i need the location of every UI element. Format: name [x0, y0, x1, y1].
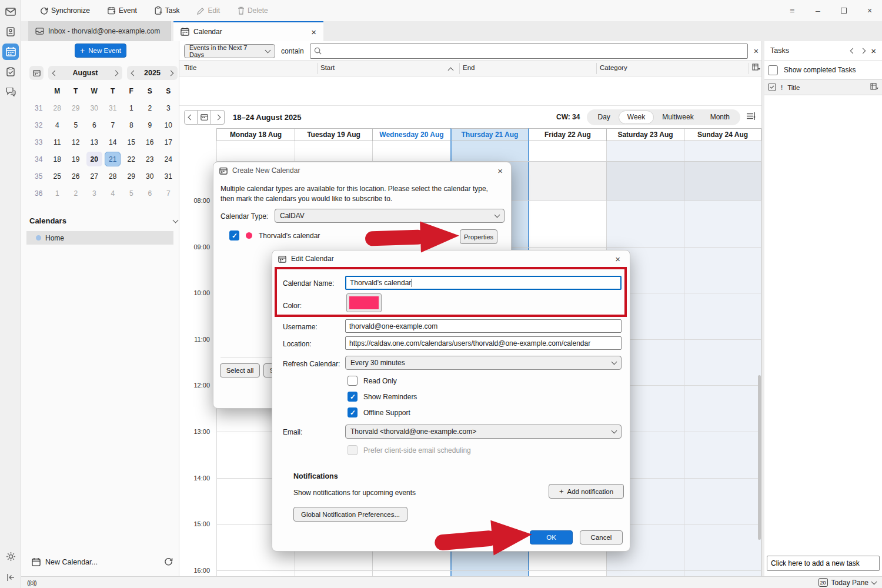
day-header-sunday[interactable]: Sunday 24 Aug — [684, 128, 761, 141]
calendars-collapse-icon[interactable] — [173, 217, 179, 223]
minical-day[interactable]: 14 — [105, 135, 121, 149]
vertical-scrollbar[interactable] — [758, 375, 761, 540]
prev-year-icon[interactable] — [131, 70, 137, 76]
tab-calendar[interactable]: Calendar × — [173, 21, 323, 41]
task-priority-col[interactable]: ! — [781, 84, 783, 91]
new-event-button[interactable]: + New Event — [75, 44, 126, 58]
day-header-tuesday[interactable]: Tuesday 19 Aug — [295, 128, 372, 141]
minical-year[interactable]: 2025 — [144, 69, 161, 77]
minical-day[interactable]: 29 — [123, 169, 139, 183]
minical-day[interactable]: 15 — [123, 135, 139, 149]
task-title-col[interactable]: Title — [787, 84, 800, 91]
minical-day[interactable]: 24 — [161, 152, 176, 166]
refresh-calendar-dropdown[interactable]: Every 30 minutes — [345, 356, 622, 370]
add-task-input[interactable] — [767, 556, 880, 571]
show-reminders-checkbox[interactable] — [348, 392, 358, 402]
minical-day[interactable]: 25 — [49, 169, 65, 183]
minical-day[interactable]: 3 — [86, 186, 102, 201]
day-header-saturday[interactable]: Saturday 23 Aug — [606, 128, 684, 141]
settings-gear-icon[interactable] — [2, 548, 19, 564]
show-reminders-row[interactable]: Show Reminders — [348, 392, 417, 402]
tasks-space-icon[interactable] — [2, 64, 19, 80]
tasks-column-picker-icon[interactable] — [870, 83, 878, 92]
minical-day[interactable]: 9 — [142, 118, 158, 132]
new-task-toolbar-button[interactable]: Task — [150, 3, 185, 18]
minical-day[interactable]: 11 — [49, 135, 65, 149]
tab-inbox[interactable]: Inbox - thorvald@one-example.com — [28, 21, 171, 41]
offline-support-row[interactable]: Offline Support — [348, 407, 410, 417]
read-only-checkbox[interactable] — [348, 376, 358, 386]
prev-month-icon[interactable] — [52, 70, 58, 76]
tab-close-icon[interactable]: × — [311, 27, 316, 37]
minical-day[interactable]: 8 — [123, 118, 139, 132]
show-completed-checkbox[interactable] — [768, 65, 778, 75]
col-category[interactable]: Category — [600, 64, 627, 71]
collapse-toolbar-icon[interactable] — [2, 569, 19, 586]
minical-day[interactable]: 2 — [142, 101, 158, 115]
day-header-friday[interactable]: Friday 22 Aug — [528, 128, 606, 141]
next-week-button[interactable] — [211, 110, 225, 125]
minical-day[interactable]: 31 — [161, 169, 176, 183]
username-input[interactable]: thorvald@one-example.com — [345, 319, 622, 333]
minical-day[interactable]: 6 — [86, 118, 102, 132]
tasks-next-icon[interactable] — [860, 48, 866, 54]
view-month[interactable]: Month — [702, 111, 738, 124]
event-filter-dropdown[interactable]: Events in the Next 7 Days — [184, 44, 275, 58]
tasks-prev-icon[interactable] — [850, 48, 856, 54]
minical-day[interactable]: 31 — [105, 101, 121, 115]
prev-week-button[interactable] — [184, 110, 198, 125]
location-input[interactable]: https://caldav.one.com/calendars/users/t… — [345, 336, 622, 350]
minical-day[interactable]: 1 — [49, 186, 65, 201]
prefer-scheduling-checkbox[interactable] — [348, 445, 358, 455]
synchronize-button[interactable]: Synchronize — [35, 3, 95, 18]
minical-day[interactable]: 30 — [142, 169, 158, 183]
minical-day[interactable]: 22 — [123, 152, 139, 166]
col-end[interactable]: End — [463, 64, 475, 71]
minical-day-today[interactable]: 20 — [86, 152, 102, 166]
minical-day[interactable]: 13 — [86, 135, 102, 149]
view-multiweek[interactable]: Multiweek — [654, 111, 701, 124]
cancel-button[interactable]: Cancel — [580, 530, 623, 544]
edit-dialog-close-icon[interactable]: × — [615, 254, 620, 264]
rotate-calendars-icon[interactable] — [164, 557, 173, 567]
mail-space-icon[interactable] — [2, 4, 19, 20]
calendar-item-checkbox[interactable] — [229, 230, 239, 240]
delete-toolbar-button[interactable]: Delete — [233, 3, 273, 18]
next-year-icon[interactable] — [168, 70, 174, 76]
minical-day[interactable]: 30 — [86, 101, 102, 115]
minical-day[interactable]: 7 — [161, 186, 176, 201]
global-notification-prefs-button[interactable]: Global Notification Preferences... — [293, 507, 407, 522]
minical-day[interactable]: 17 — [161, 135, 176, 149]
minical-day[interactable]: 28 — [49, 101, 65, 115]
minical-month[interactable]: August — [72, 69, 98, 77]
read-only-row[interactable]: Read Only — [348, 376, 397, 386]
new-calendar-button[interactable]: New Calendar... — [32, 557, 173, 567]
select-all-button[interactable]: Select all — [220, 363, 260, 377]
properties-button[interactable]: Properties — [460, 229, 497, 244]
app-menu-icon[interactable]: ≡ — [783, 3, 801, 18]
minical-day[interactable]: 6 — [142, 186, 158, 201]
minimize-button[interactable]: – — [809, 3, 827, 18]
minical-day[interactable]: 7 — [105, 118, 121, 132]
show-completed-tasks-row[interactable]: Show completed Tasks — [764, 61, 882, 79]
minical-day[interactable]: 12 — [68, 135, 83, 149]
day-header-thursday-selected[interactable]: Thursday 21 Aug — [450, 128, 528, 141]
go-today-button[interactable] — [198, 110, 211, 125]
minical-day[interactable]: 29 — [68, 101, 83, 115]
sort-ascending-icon[interactable] — [448, 68, 454, 74]
column-picker-icon[interactable] — [752, 64, 760, 72]
minical-day-selected[interactable]: 21 — [105, 152, 121, 166]
minical-day[interactable]: 18 — [49, 152, 65, 166]
minical-day[interactable]: 10 — [161, 118, 176, 132]
add-notification-button[interactable]: + Add notification — [549, 484, 624, 499]
view-day[interactable]: Day — [589, 111, 618, 124]
edit-toolbar-button[interactable]: Edit — [192, 3, 225, 18]
day-header-wednesday-today[interactable]: Wednesday 20 Aug — [372, 128, 450, 141]
tasks-close-icon[interactable]: × — [871, 46, 876, 56]
maximize-button[interactable] — [835, 3, 853, 18]
minical-day[interactable]: 4 — [49, 118, 65, 132]
col-title[interactable]: Title — [184, 64, 196, 71]
task-completed-col-icon[interactable] — [768, 83, 776, 92]
minical-day[interactable]: 5 — [123, 186, 139, 201]
minical-day[interactable]: 28 — [105, 169, 121, 183]
